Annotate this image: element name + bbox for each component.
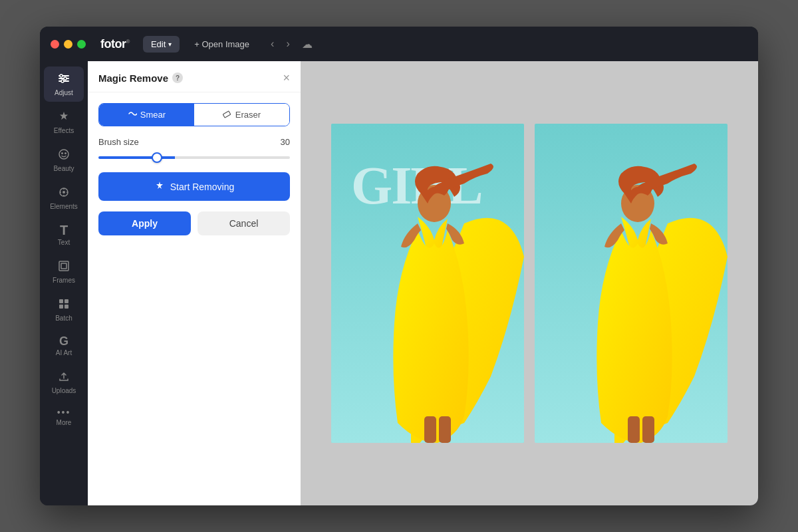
sidebar-label-text: Text <box>58 239 70 246</box>
sidebar: Adjust Effects <box>40 61 88 505</box>
batch-icon <box>57 297 70 313</box>
uploads-icon <box>57 370 70 385</box>
titlebar: fotor® Edit ▾ + Open Image ‹ › ☁ <box>40 27 758 61</box>
image-frame-left: GIRL <box>331 124 524 443</box>
sidebar-item-ai-art[interactable]: G AI Art <box>44 330 84 362</box>
brush-size-row: Brush size 30 <box>98 137 290 147</box>
sidebar-item-batch[interactable]: Batch <box>44 292 84 327</box>
cloud-icon: ☁ <box>302 39 313 50</box>
close-traffic-light[interactable] <box>51 40 59 49</box>
svg-point-5 <box>61 80 64 82</box>
app-window: fotor® Edit ▾ + Open Image ‹ › ☁ <box>40 27 758 505</box>
apply-button[interactable]: Apply <box>98 211 191 235</box>
sidebar-item-effects[interactable]: Effects <box>44 104 84 140</box>
sidebar-item-beauty[interactable]: Beauty <box>44 142 84 178</box>
action-row: Apply Cancel <box>98 211 290 235</box>
cloud-button[interactable]: ☁ <box>302 38 313 51</box>
sidebar-label-frames: Frames <box>53 277 75 284</box>
svg-rect-31 <box>642 416 654 443</box>
sidebar-label-uploads: Uploads <box>52 387 76 394</box>
svg-point-3 <box>60 74 63 77</box>
svg-rect-18 <box>65 299 68 303</box>
open-image-button[interactable]: + Open Image <box>188 36 256 53</box>
magic-icon <box>154 180 165 193</box>
svg-rect-16 <box>61 263 66 269</box>
more-icon: ••• <box>57 408 71 417</box>
panel-body: Smear Eraser Brush size <box>88 92 301 246</box>
image-frame-right <box>535 124 728 443</box>
frames-icon <box>57 259 70 275</box>
svg-rect-21 <box>223 111 231 118</box>
svg-point-8 <box>65 152 66 154</box>
ai-art-icon: G <box>59 335 68 347</box>
tool-toggle-group: Smear Eraser <box>98 103 290 126</box>
svg-rect-20 <box>65 305 68 309</box>
svg-rect-30 <box>628 416 640 443</box>
sidebar-label-batch: Batch <box>55 315 72 322</box>
main-content: Adjust Effects <box>40 61 758 505</box>
svg-rect-26 <box>424 416 436 443</box>
sidebar-item-elements[interactable]: Elements <box>44 180 84 215</box>
eraser-button[interactable]: Eraser <box>194 104 289 126</box>
cancel-button[interactable]: Cancel <box>198 211 290 235</box>
svg-point-6 <box>59 150 68 159</box>
sidebar-item-text[interactable]: T Text <box>44 218 84 251</box>
sidebar-label-beauty: Beauty <box>53 165 74 172</box>
edit-button[interactable]: Edit ▾ <box>143 36 180 53</box>
eraser-icon <box>223 109 232 120</box>
traffic-lights <box>51 40 86 49</box>
panel: Magic Remove ? × Smear <box>88 61 301 505</box>
svg-rect-19 <box>59 305 63 309</box>
sidebar-label-ai-art: AI Art <box>56 349 72 356</box>
text-icon: T <box>60 223 68 237</box>
canvas-area[interactable]: GIRL <box>301 61 758 505</box>
sidebar-item-more[interactable]: ••• More <box>44 402 84 432</box>
start-removing-button[interactable]: Start Removing <box>98 172 290 201</box>
close-button[interactable]: × <box>283 72 290 84</box>
back-button[interactable]: ‹ <box>267 37 278 51</box>
sidebar-label-adjust: Adjust <box>55 89 73 96</box>
app-logo: fotor® <box>100 37 130 51</box>
svg-rect-15 <box>59 261 68 271</box>
brush-size-value: 30 <box>281 137 290 147</box>
sidebar-label-effects: Effects <box>54 127 74 134</box>
svg-rect-27 <box>439 416 451 443</box>
brush-size-section: Brush size 30 <box>98 137 290 162</box>
smear-button[interactable]: Smear <box>99 104 194 126</box>
sidebar-item-uploads[interactable]: Uploads <box>44 364 84 400</box>
minimize-traffic-light[interactable] <box>64 40 72 49</box>
svg-point-4 <box>64 77 66 80</box>
chevron-down-icon: ▾ <box>168 41 172 48</box>
elements-icon <box>57 186 70 201</box>
svg-point-7 <box>61 152 63 154</box>
panel-title: Magic Remove ? <box>98 72 183 84</box>
panel-header: Magic Remove ? × <box>88 61 301 92</box>
sidebar-label-elements: Elements <box>50 203 78 210</box>
brush-size-slider[interactable] <box>98 156 290 159</box>
smear-icon <box>128 109 137 120</box>
beauty-icon <box>57 148 70 163</box>
sidebar-label-more: More <box>57 419 72 426</box>
brush-size-label: Brush size <box>98 137 139 147</box>
forward-button[interactable]: › <box>282 37 293 51</box>
sidebar-item-adjust[interactable]: Adjust <box>44 66 84 102</box>
svg-rect-17 <box>59 299 63 303</box>
adjust-icon <box>57 72 70 87</box>
effects-icon <box>57 110 70 125</box>
maximize-traffic-light[interactable] <box>77 40 86 49</box>
nav-arrows: ‹ › <box>267 37 294 51</box>
svg-point-10 <box>63 191 65 194</box>
sidebar-item-frames[interactable]: Frames <box>44 254 84 289</box>
info-icon[interactable]: ? <box>172 72 183 83</box>
